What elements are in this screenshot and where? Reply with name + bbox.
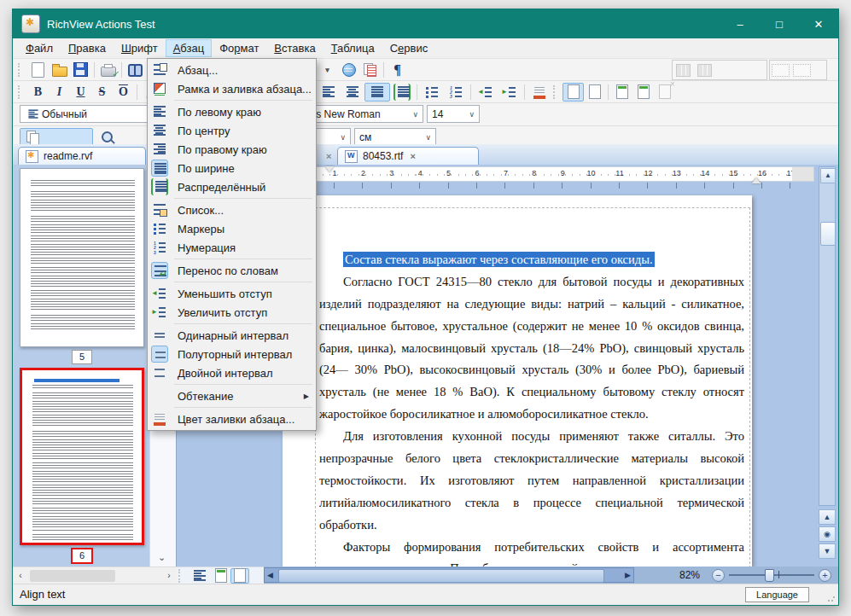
- selected-text[interactable]: Состав стекла выражают через составляющи…: [343, 252, 655, 267]
- italic-button[interactable]: I: [49, 83, 70, 102]
- document-line[interactable]: Факторы формирования потребительских сво…: [319, 537, 744, 559]
- menu-item-align-distributed[interactable]: Распределённый: [148, 177, 316, 196]
- menubar-item-format[interactable]: Формат: [212, 39, 266, 57]
- scroll-right-icon[interactable]: ▶: [625, 569, 631, 582]
- scroll-down-icon[interactable]: ⌄: [158, 552, 166, 563]
- document-line[interactable]: обработки.: [319, 514, 744, 537]
- menu-item-increase-indent[interactable]: Увеличить отступ: [148, 303, 316, 322]
- document-line[interactable]: непрозрачные белого цвета стеклокристалл…: [319, 448, 744, 470]
- scroll-left-icon[interactable]: ◀: [267, 569, 273, 582]
- scroll-left-icon[interactable]: ‹: [15, 570, 26, 582]
- menu-item-text-wrapping[interactable]: Обтекание▶: [148, 386, 316, 405]
- page-check-button[interactable]: [212, 568, 230, 584]
- paragraph-fill-color-button[interactable]: [528, 83, 551, 102]
- more-options-dropdown[interactable]: ▾: [317, 61, 338, 79]
- strikethrough-button[interactable]: S: [91, 83, 113, 102]
- thumbnail-page-5[interactable]: 5: [20, 168, 144, 364]
- document-line[interactable]: стеклянных товаров. Потребительские свой…: [319, 558, 744, 567]
- find-button[interactable]: [125, 61, 146, 79]
- vertical-scrollbar[interactable]: ▲: [819, 166, 836, 506]
- document-line[interactable]: Согласно ГОСТ 24315—80 стекло для бытово…: [319, 271, 744, 293]
- align-center-button[interactable]: [341, 83, 364, 102]
- save-button[interactable]: [70, 61, 91, 79]
- new-document-button[interactable]: [27, 61, 49, 79]
- page-view-button[interactable]: [562, 83, 584, 102]
- next-page-button[interactable]: ▼: [819, 543, 836, 559]
- page-mode-button[interactable]: [230, 568, 249, 584]
- language-button[interactable]: Language: [745, 587, 809, 602]
- menubar-item-paragraph[interactable]: Абзац: [166, 39, 212, 57]
- menu-item-decrease-indent[interactable]: Уменьшить отступ: [148, 284, 316, 303]
- menu-item-numbering[interactable]: Нумерация: [148, 238, 316, 257]
- hyperlink-button[interactable]: [338, 61, 359, 79]
- menu-item-align-center[interactable]: По центру: [148, 121, 316, 140]
- resize-grip[interactable]: [827, 594, 836, 602]
- numbering-button[interactable]: [444, 83, 468, 102]
- tab-close-icon[interactable]: ×: [410, 151, 415, 161]
- sidebar-hscroll-thumb[interactable]: [30, 570, 115, 582]
- menubar-item-insert[interactable]: Вставка: [266, 39, 323, 57]
- align-justify-button[interactable]: [364, 83, 390, 102]
- zoom-slider-track[interactable]: [729, 574, 814, 576]
- maximize-button[interactable]: □: [760, 9, 799, 38]
- menubar-item-file[interactable]: Файл: [18, 39, 61, 57]
- document-hscroll-thumb[interactable]: [278, 569, 604, 583]
- frame-button-1[interactable]: [770, 61, 791, 79]
- document-horizontal-scrollbar[interactable]: ◀ ▶: [264, 567, 634, 583]
- document-line[interactable]: (24— 30% PbO), высокосвинцовый хрусталь …: [319, 359, 744, 381]
- thumbnails-panel-button[interactable]: [20, 128, 93, 146]
- document-text-area[interactable]: Состав стекла выражают через составляющи…: [315, 207, 750, 567]
- document-line[interactable]: Состав стекла выражают через составляющи…: [319, 249, 744, 271]
- bullets-button[interactable]: [420, 83, 444, 102]
- menu-item-bullets[interactable]: Маркеры: [148, 219, 316, 238]
- show-paragraph-marks-button[interactable]: ¶: [387, 61, 408, 79]
- table-column-left-button[interactable]: [673, 61, 694, 79]
- paste-format-button[interactable]: [359, 61, 381, 79]
- menu-item-align-justify[interactable]: По ширине: [148, 159, 316, 177]
- page-layout-button[interactable]: [584, 83, 605, 102]
- menubar-item-service[interactable]: Сервис: [382, 39, 436, 57]
- menu-item-paragraph-dialog[interactable]: Абзац...: [148, 61, 316, 79]
- first-line-indent-marker[interactable]: [325, 166, 334, 172]
- zoom-out-button[interactable]: −: [712, 569, 725, 582]
- menu-item-word-wrap[interactable]: Перенос по словам: [148, 261, 316, 280]
- menu-item-single-spacing[interactable]: Одинарный интервал: [148, 326, 316, 345]
- thumbnail-page-6[interactable]: 6: [20, 368, 144, 564]
- align-status-button[interactable]: [188, 568, 212, 584]
- align-distributed-button[interactable]: [390, 83, 414, 102]
- menu-item-border-and-shading[interactable]: Рамка и заливка абзаца...: [148, 79, 316, 98]
- document-line[interactable]: Для изготовления кухонной посуды применя…: [319, 426, 744, 448]
- document-line[interactable]: жаростойкое боросиликатное и алюмобороси…: [319, 404, 744, 426]
- document-line[interactable]: специальное бытовое, хрустальное (содерж…: [319, 316, 744, 338]
- scroll-right-icon[interactable]: ›: [163, 570, 175, 582]
- menu-item-align-right[interactable]: По правому краю: [148, 140, 316, 159]
- browse-object-button[interactable]: ◉: [819, 526, 836, 542]
- table-column-right-button[interactable]: [694, 61, 715, 79]
- page-delete-button[interactable]: [654, 83, 675, 102]
- units-combo[interactable]: см ∨: [354, 128, 436, 146]
- minimize-button[interactable]: –: [720, 9, 760, 38]
- underline-button[interactable]: U: [70, 83, 91, 102]
- open-button[interactable]: [49, 61, 70, 79]
- bold-button[interactable]: B: [27, 83, 49, 102]
- font-size-combo[interactable]: 14 ∨: [427, 105, 480, 123]
- document-line[interactable]: бария, цинка), малосвинцовый хрусталь (1…: [319, 338, 744, 360]
- scroll-up-icon[interactable]: ▲: [820, 168, 836, 183]
- menubar-item-table[interactable]: Таблица: [323, 39, 382, 57]
- previous-page-button[interactable]: ▲: [819, 509, 836, 525]
- document-tab-80453[interactable]: 80453.rtf ×: [337, 147, 479, 165]
- vertical-scroll-thumb[interactable]: [820, 222, 836, 246]
- style-combo[interactable]: Обычный: [20, 105, 148, 123]
- page-header-button[interactable]: [611, 83, 632, 102]
- document-page[interactable]: Состав стекла выражают через составляющи…: [283, 195, 752, 567]
- menubar-item-edit[interactable]: Правка: [61, 39, 114, 57]
- close-button[interactable]: ✕: [799, 9, 838, 38]
- sidebar-tab-readme[interactable]: readme.rvf: [18, 147, 146, 165]
- print-button[interactable]: [97, 61, 119, 79]
- menu-item-list-dialog[interactable]: Список...: [148, 200, 316, 219]
- menu-item-sesqui-spacing[interactable]: Полуторный интервал: [148, 345, 316, 363]
- menu-item-paragraph-fill-color[interactable]: Цвет заливки абзаца...: [148, 410, 316, 428]
- decrease-indent-button[interactable]: [474, 83, 498, 102]
- document-line[interactable]: изделий подразделяют на следующие виды: …: [319, 293, 744, 316]
- document-line[interactable]: термостойкости. Их изготовляют путем нап…: [319, 470, 744, 492]
